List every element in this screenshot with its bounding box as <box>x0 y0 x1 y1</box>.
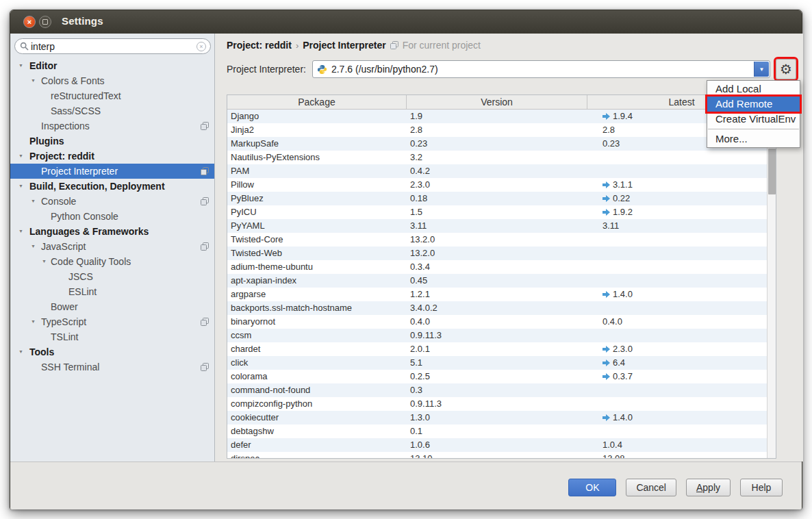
sidebar-item-code-quality-tools[interactable]: ▼Code Quality Tools <box>10 254 214 269</box>
sidebar-item-restructuredtext[interactable]: reStructuredText <box>10 88 214 103</box>
table-row-binaryornot[interactable]: binaryornot0.4.00.4.0 <box>227 315 776 329</box>
table-row-pyicu[interactable]: PyICU1.51.9.2 <box>227 205 776 219</box>
titlebar[interactable]: × Settings <box>10 10 802 34</box>
collapse-arrow-icon[interactable]: ▼ <box>18 58 23 73</box>
search-input[interactable] <box>31 41 196 52</box>
collapse-arrow-icon[interactable]: ▼ <box>31 314 36 329</box>
sidebar-item-eslint[interactable]: ESLint <box>10 284 214 299</box>
sidebar-item-sass-scss[interactable]: Sass/SCSS <box>10 103 214 118</box>
cell-package: Twisted-Core <box>227 233 407 246</box>
collapse-arrow-icon[interactable]: ▼ <box>31 239 36 254</box>
sidebar-item-bower[interactable]: Bower <box>10 299 214 314</box>
table-row-ccsm[interactable]: ccsm0.9.11.3 <box>227 329 776 342</box>
table-row-chardet[interactable]: chardet2.0.12.3.0 <box>227 342 776 356</box>
table-row-pybluez[interactable]: PyBluez0.180.22 <box>227 192 776 205</box>
sidebar-item-python-console[interactable]: Python Console <box>10 209 214 224</box>
sidebar-item-tslint[interactable]: TSLint <box>10 329 214 344</box>
sidebar-item-typescript[interactable]: ▼TypeScript <box>10 314 214 329</box>
gear-annotation-box: ⚙ <box>776 59 796 79</box>
apply-button[interactable]: Apply <box>686 479 731 496</box>
sidebar-item-inspections[interactable]: Inspections <box>10 118 214 134</box>
column-header-package[interactable]: Package <box>227 95 407 109</box>
table-row-jinja2[interactable]: Jinja22.82.8 <box>227 123 776 137</box>
sidebar-item-editor[interactable]: ▼Editor <box>10 58 214 73</box>
table-row-command-not-found[interactable]: command-not-found0.3 <box>227 383 776 397</box>
cell-package: debtagshw <box>227 425 407 438</box>
column-header-version[interactable]: Version <box>407 95 587 109</box>
sidebar-item-build-execution-deployment[interactable]: ▼Build, Execution, Deployment <box>10 179 214 194</box>
table-scrollbar-thumb[interactable] <box>768 149 776 194</box>
sidebar-item-javascript[interactable]: ▼JavaScript <box>10 239 214 254</box>
sidebar-item-ssh-terminal[interactable]: SSH Terminal <box>10 359 214 375</box>
table-row-pillow[interactable]: Pillow2.3.03.1.1 <box>227 178 776 192</box>
collapse-arrow-icon[interactable]: ▼ <box>18 224 23 239</box>
sidebar-item-project-interpreter[interactable]: Project Interpreter <box>10 164 214 179</box>
interpreter-combobox[interactable]: 2.7.6 (/usr/bin/python2.7) ▼ <box>312 60 770 78</box>
sidebar-item-label: JSCS <box>68 271 93 282</box>
sidebar-item-label: Python Console <box>51 211 118 222</box>
interpreter-dropdown-button[interactable]: ▼ <box>754 62 769 77</box>
sidebar-item-colors-fonts[interactable]: ▼Colors & Fonts <box>10 73 214 88</box>
collapse-arrow-icon[interactable]: ▼ <box>18 179 23 194</box>
latest-version-text: 1.4.0 <box>613 411 633 425</box>
cancel-button[interactable]: Cancel <box>626 479 676 496</box>
clear-search-icon[interactable]: × <box>196 42 206 51</box>
table-row-cookiecutter[interactable]: cookiecutter1.3.01.4.0 <box>227 411 776 425</box>
collapse-arrow-icon[interactable]: ▼ <box>42 254 47 269</box>
cell-version: 0.3 <box>407 383 587 397</box>
table-row-click[interactable]: click5.16.4 <box>227 356 776 370</box>
help-button[interactable]: Help <box>740 479 783 496</box>
collapse-arrow-icon[interactable]: ▼ <box>18 344 23 359</box>
menu-item-create-virtualenv[interactable]: Create VirtualEnv <box>707 112 800 127</box>
sidebar-item-console[interactable]: ▼Console <box>10 194 214 209</box>
settings-tree: ▼Editor▼Colors & FontsreStructuredTextSa… <box>10 58 214 375</box>
gear-icon[interactable]: ⚙ <box>780 62 792 76</box>
sidebar-item-project-reddit[interactable]: ▼Project: reddit <box>10 149 214 164</box>
close-button[interactable]: × <box>23 16 36 28</box>
table-row-markupsafe[interactable]: MarkupSafe0.230.23 <box>227 137 776 151</box>
packages-table: Package Version Latest Django1.91.9.4Jin… <box>227 94 776 459</box>
sidebar-item-languages-frameworks[interactable]: ▼Languages & Frameworks <box>10 224 214 239</box>
search-field[interactable]: × <box>14 38 211 54</box>
menu-item-add-remote[interactable]: Add Remote <box>707 97 800 112</box>
upgrade-arrow-icon <box>602 346 610 353</box>
table-row-pam[interactable]: PAM0.4.2 <box>227 164 776 178</box>
for-current-project-icon <box>201 242 209 251</box>
sidebar-item-tools[interactable]: ▼Tools <box>10 344 214 359</box>
collapse-arrow-icon[interactable]: ▼ <box>31 73 36 88</box>
maximize-button[interactable] <box>39 16 51 28</box>
latest-version-text: 3.11 <box>602 219 619 233</box>
table-row-debtagshw[interactable]: debtagshw0.1 <box>227 425 776 438</box>
table-scrollbar[interactable] <box>767 110 776 458</box>
for-current-project-icon <box>201 167 209 175</box>
table-row-apt-xapian-index[interactable]: apt-xapian-index0.45 <box>227 274 776 288</box>
cell-version: 0.23 <box>407 137 587 151</box>
table-row-adium-theme-ubuntu[interactable]: adium-theme-ubuntu0.3.4 <box>227 260 776 274</box>
menu-item-add-local[interactable]: Add Local <box>707 81 800 97</box>
table-row-argparse[interactable]: argparse1.2.11.4.0 <box>227 288 776 301</box>
sidebar-item-plugins[interactable]: Plugins <box>10 134 214 149</box>
table-row-django[interactable]: Django1.91.9.4 <box>227 110 776 123</box>
sidebar-item-jscs[interactable]: JSCS <box>10 269 214 284</box>
table-row-nautilus-pyextensions[interactable]: Nautilus-PyExtensions3.2 <box>227 151 776 164</box>
table-row-compizconfig-python[interactable]: compizconfig-python0.9.11.3 <box>227 397 776 411</box>
breadcrumb-category[interactable]: Project: reddit <box>227 40 292 51</box>
menu-item-more[interactable]: More... <box>707 131 800 147</box>
cell-package: click <box>227 356 407 370</box>
table-row-dirspec[interactable]: dirspec13.1013.08 <box>227 452 776 458</box>
interpreter-row: Project Interpreter: 2.7.6 (/usr/bin/pyt… <box>227 60 796 79</box>
table-row-backports-ssl-match-hostname[interactable]: backports.ssl-match-hostname3.4.0.2 <box>227 301 776 315</box>
table-row-defer[interactable]: defer1.0.61.0.4 <box>227 438 776 452</box>
chevron-down-icon: ▼ <box>759 66 765 73</box>
collapse-arrow-icon[interactable]: ▼ <box>18 149 23 164</box>
table-row-colorama[interactable]: colorama0.2.50.3.7 <box>227 370 776 383</box>
upgrade-arrow-icon <box>602 373 610 380</box>
table-row-twisted-core[interactable]: Twisted-Core13.2.0 <box>227 233 776 246</box>
cell-latest: 1.9.2 <box>587 205 776 219</box>
collapse-arrow-icon[interactable]: ▼ <box>31 194 36 209</box>
table-row-pyyaml[interactable]: PyYAML3.113.11 <box>227 219 776 233</box>
ok-button[interactable]: OK <box>568 479 616 496</box>
cell-latest: 13.08 <box>587 452 776 458</box>
table-row-twisted-web[interactable]: Twisted-Web13.2.0 <box>227 246 776 260</box>
cell-package: Pillow <box>227 178 407 192</box>
